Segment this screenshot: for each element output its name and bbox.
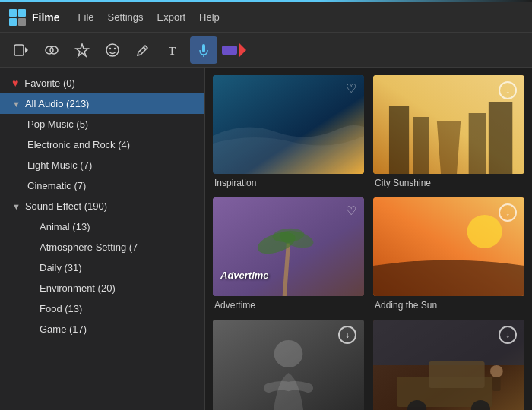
effects-tool-button[interactable] bbox=[68, 36, 96, 64]
download-overlay-meditating[interactable]: ↓ bbox=[338, 326, 356, 344]
audio-grid: ♡ Inspiration bbox=[213, 75, 524, 410]
card-city-sunshine[interactable]: ↓ City Sunshine bbox=[373, 75, 524, 188]
thumb-city-sunshine: ↓ bbox=[373, 75, 524, 174]
svg-rect-22 bbox=[489, 102, 512, 174]
menu-settings[interactable]: Settings bbox=[108, 11, 144, 23]
svg-point-31 bbox=[274, 340, 303, 367]
download-overlay-city[interactable]: ↓ bbox=[499, 81, 517, 99]
svg-point-7 bbox=[50, 46, 58, 54]
card-inspiration[interactable]: ♡ Inspiration bbox=[213, 75, 364, 188]
svg-rect-15 bbox=[222, 46, 237, 55]
download-overlay-adding-sun[interactable]: ↓ bbox=[499, 203, 517, 222]
sidebar-item-game[interactable]: Game (17) bbox=[0, 319, 204, 339]
svg-point-29 bbox=[467, 215, 502, 248]
label-adding-sun: Adding the Sun bbox=[373, 300, 524, 311]
card-advertime[interactable]: Advertime ♡ Advertime bbox=[213, 197, 364, 311]
svg-rect-3 bbox=[18, 18, 26, 26]
app-title: Filme bbox=[32, 11, 60, 24]
text-tool-button[interactable]: T bbox=[160, 36, 187, 64]
thumb-inspiration: ♡ bbox=[213, 75, 364, 174]
label-inspiration: Inspiration bbox=[213, 178, 364, 188]
svg-rect-23 bbox=[469, 113, 486, 174]
edit-tool-button[interactable] bbox=[129, 36, 157, 64]
svg-point-9 bbox=[109, 47, 111, 49]
card-jack-lumberer[interactable]: ↓ Jack The Lumberer bbox=[373, 320, 524, 410]
sidebar-item-animal[interactable]: Animal (13) bbox=[0, 216, 204, 237]
thumb-adding-sun: ↓ bbox=[373, 197, 524, 296]
svg-line-11 bbox=[144, 47, 146, 49]
heart-overlay-inspiration[interactable]: ♡ bbox=[346, 81, 356, 96]
sidebar-item-atmosphere[interactable]: Atmosphere Setting (7 bbox=[0, 237, 204, 257]
svg-point-38 bbox=[490, 365, 503, 377]
svg-marker-16 bbox=[239, 43, 246, 58]
svg-rect-0 bbox=[9, 9, 17, 17]
label-city-sunshine: City Sunshine bbox=[373, 178, 524, 188]
heart-icon: ♥ bbox=[12, 77, 18, 89]
svg-text:T: T bbox=[169, 46, 176, 57]
svg-rect-1 bbox=[18, 9, 26, 17]
app-logo bbox=[9, 9, 26, 26]
sidebar: ♥ Favorite (0) ▼ All Audio (213) Pop Mus… bbox=[0, 68, 205, 410]
titlebar: Filme File Settings Export Help bbox=[0, 2, 532, 33]
toolbar: T bbox=[0, 33, 532, 68]
svg-rect-2 bbox=[9, 18, 17, 26]
sidebar-item-daily[interactable]: Daily (31) bbox=[0, 257, 204, 278]
video-tool-button[interactable] bbox=[8, 36, 35, 64]
svg-rect-13 bbox=[202, 44, 205, 52]
label-advertime: Advertime bbox=[213, 300, 364, 311]
thumb-advertime: Advertime ♡ bbox=[213, 197, 364, 296]
audio-tool-button[interactable] bbox=[190, 36, 217, 64]
svg-marker-19 bbox=[437, 121, 461, 174]
svg-rect-4 bbox=[14, 45, 24, 55]
svg-rect-39 bbox=[492, 377, 500, 391]
thumb-jack-lumberer: ↓ bbox=[373, 320, 524, 410]
sidebar-item-electronic-rock[interactable]: Electronic and Rock (4) bbox=[0, 134, 204, 155]
card-meditating-beat[interactable]: ↓ Meditating Beat bbox=[213, 320, 364, 410]
menu-file[interactable]: File bbox=[78, 11, 94, 23]
emoji-tool-button[interactable] bbox=[99, 36, 126, 64]
heart-overlay-advertime[interactable]: ♡ bbox=[346, 203, 356, 218]
sidebar-item-cinematic[interactable]: Cinematic (7) bbox=[0, 175, 204, 196]
advertime-text-overlay: Advertime bbox=[220, 270, 269, 281]
thumb-meditating-beat: ↓ bbox=[213, 320, 364, 410]
sidebar-item-light-music[interactable]: Light Music (7) bbox=[0, 155, 204, 175]
download-overlay-jack[interactable]: ↓ bbox=[499, 326, 517, 344]
svg-point-8 bbox=[106, 44, 119, 56]
main-area: ♥ Favorite (0) ▼ All Audio (213) Pop Mus… bbox=[0, 68, 532, 410]
svg-rect-20 bbox=[389, 106, 409, 174]
menu-export[interactable]: Export bbox=[157, 11, 186, 23]
sidebar-item-all-audio[interactable]: ▼ All Audio (213) bbox=[0, 93, 204, 114]
svg-point-10 bbox=[114, 47, 116, 49]
svg-rect-21 bbox=[413, 117, 429, 174]
sidebar-item-favorite[interactable]: ♥ Favorite (0) bbox=[0, 72, 204, 93]
sidebar-item-pop-music[interactable]: Pop Music (5) bbox=[0, 114, 204, 134]
content-panel: ♡ Inspiration bbox=[205, 68, 532, 410]
transition-tool-button[interactable] bbox=[38, 36, 65, 64]
expand-arrow-all-audio: ▼ bbox=[12, 99, 21, 109]
sidebar-item-food[interactable]: Food (13) bbox=[0, 298, 204, 319]
export-tool-button[interactable] bbox=[220, 36, 248, 64]
card-adding-sun[interactable]: ↓ Adding the Sun bbox=[373, 197, 524, 311]
svg-rect-33 bbox=[373, 320, 524, 365]
sidebar-item-environment[interactable]: Environment (20) bbox=[0, 278, 204, 298]
svg-rect-35 bbox=[429, 361, 484, 388]
svg-marker-5 bbox=[25, 47, 28, 53]
menu-help[interactable]: Help bbox=[199, 11, 220, 23]
expand-arrow-sound-effect: ▼ bbox=[12, 202, 21, 211]
sidebar-item-sound-effect[interactable]: ▼ Sound Effect (190) bbox=[0, 196, 204, 216]
